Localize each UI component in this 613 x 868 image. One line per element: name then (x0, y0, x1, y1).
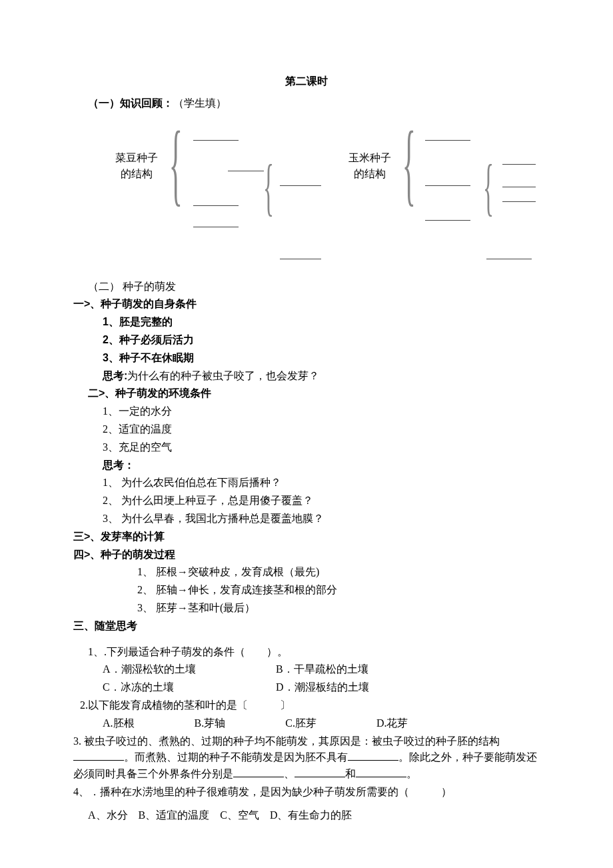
fill-blank[interactable] (280, 185, 321, 186)
q1-optC[interactable]: C．冰冻的土壤 (103, 679, 276, 696)
q3-p1: 3. 被虫子咬过的、煮熟的、过期的种子均不能萌发，其原因是：被虫子咬过的种子胚的… (73, 735, 500, 747)
sub1-item2: 2、种子必须后活力 (73, 332, 540, 349)
q2-stem: 2.以下能发育成植物的茎和叶的是〔 〕 (73, 697, 540, 714)
corn-seed-label: 玉米种子 的结构 (340, 150, 400, 183)
review-note: （学生填） (173, 97, 227, 109)
sub2-item1: 1、一定的水分 (73, 403, 540, 420)
fill-blank[interactable] (73, 750, 124, 761)
fill-blank[interactable] (193, 205, 239, 206)
q1-optB[interactable]: B．干旱疏松的土壤 (276, 661, 449, 678)
fill-blank[interactable] (193, 140, 239, 141)
review-heading: （一）知识回顾：（学生填） (73, 95, 540, 112)
sub1-item1: 1、胚是完整的 (73, 314, 540, 331)
q2-optB[interactable]: B.芽轴 (195, 715, 226, 732)
brace-icon: { (263, 155, 274, 219)
q1-row1: A．潮湿松软的土壤 B．干旱疏松的土壤 (73, 661, 540, 678)
sub2-item2: 2、适宜的温度 (73, 421, 540, 438)
q1-optA[interactable]: A．潮湿松软的土壤 (103, 661, 276, 678)
sub2-think2: 2、 为什么田埂上种豆子，总是用傻子覆盖？ (73, 493, 540, 509)
fill-blank[interactable] (486, 259, 532, 259)
structure-diagram: 菜豆种子 的结构 { { 玉米种子 的结构 { { (73, 127, 540, 260)
q3-p2: 。而煮熟、过期的种子不能萌发是因为胚不具有 (124, 751, 348, 763)
corn-seed-line2: 的结构 (340, 166, 400, 183)
fill-blank[interactable] (502, 164, 536, 165)
q4-stem: 4、．播种在水涝地里的种子很难萌发，是因为缺少种子萌发所需要的（ ） (73, 784, 540, 801)
q1-stem: 1、.下列最适合种子萌发的条件（ ）。 (73, 644, 540, 661)
brace-icon: { (169, 118, 183, 210)
q3-sep2: 和 (345, 768, 356, 779)
brace-icon: { (483, 155, 494, 219)
fill-blank[interactable] (295, 767, 345, 777)
think-text-1: 为什么有的种子被虫子咬了，也会发芽？ (127, 370, 319, 381)
sub4-item3: 3、 胚芽→茎和叶(最后） (73, 600, 540, 617)
fill-blank[interactable] (233, 767, 284, 777)
sub2-item3: 3、充足的空气 (73, 439, 540, 456)
bean-seed-line2: 的结构 (107, 166, 167, 183)
corn-seed-line1: 玉米种子 (340, 150, 400, 167)
bean-seed-label: 菜豆种子 的结构 (107, 150, 167, 183)
q1-row2: C．冰冻的土壤 D．潮湿板结的土壤 (73, 679, 540, 696)
fill-blank[interactable] (193, 227, 239, 227)
sub2-heading: 二>、种子萌发的环境条件 (73, 385, 540, 402)
section2-heading: （二） 种子的萌发 (73, 279, 540, 295)
sub1-heading: 一>、种子萌发的自身条件 (73, 296, 540, 313)
q2-optD[interactable]: D.花芽 (376, 715, 408, 732)
bean-seed-line1: 菜豆种子 (107, 150, 167, 167)
fill-blank[interactable] (425, 140, 470, 141)
sub1-think: 思考:为什么有的种子被虫子咬了，也会发芽？ (73, 368, 540, 385)
fill-blank[interactable] (425, 220, 470, 221)
fill-blank[interactable] (228, 171, 264, 171)
lesson-title: 第二课时 (73, 73, 540, 90)
fill-blank[interactable] (502, 201, 536, 202)
fill-blank[interactable] (425, 185, 470, 186)
sub2-think3: 3、 为什么早春，我国北方播种总是覆盖地膜？ (73, 511, 540, 527)
q3-text: 3. 被虫子咬过的、煮熟的、过期的种子均不能萌发，其原因是：被虫子咬过的种子胚的… (73, 733, 540, 783)
sub3-heading: 三>、发芽率的计算 (73, 529, 540, 545)
brace-icon: { (402, 118, 416, 210)
sub4-heading: 四>、种子的萌发过程 (73, 547, 540, 563)
q3-p4: 。 (406, 768, 417, 779)
sub4-item2: 2、 胚轴→伸长，发育成连接茎和根的部分 (73, 582, 540, 599)
think-label-1: 思考: (103, 370, 127, 381)
q1-optD[interactable]: D．潮湿板结的土壤 (276, 679, 449, 696)
q2-opts: A.胚根 B.芽轴 C.胚芽 D.花芽 (73, 715, 540, 732)
q2-optC[interactable]: C.胚芽 (285, 715, 316, 732)
sub1-item3: 3、种子不在休眠期 (73, 350, 540, 367)
sub4-item1: 1、 胚根→突破种皮，发育成根（最先) (73, 564, 540, 581)
fill-blank[interactable] (348, 750, 398, 761)
fill-blank[interactable] (280, 259, 321, 259)
q4-opts[interactable]: A、水分 B、适宜的温度 C、空气 D、有生命力的胚 (73, 807, 540, 824)
review-heading-text: （一）知识回顾： (88, 97, 173, 109)
think-label-2: 思考： (73, 457, 540, 474)
sub2-think1: 1、 为什么农民伯伯总在下雨后播种？ (73, 475, 540, 491)
q2-optA[interactable]: A.胚根 (103, 715, 135, 732)
fill-blank[interactable] (502, 187, 536, 187)
q3-sep1: 、 (284, 768, 295, 779)
fill-blank[interactable] (356, 767, 406, 777)
section3-heading: 三、随堂思考 (73, 618, 540, 635)
